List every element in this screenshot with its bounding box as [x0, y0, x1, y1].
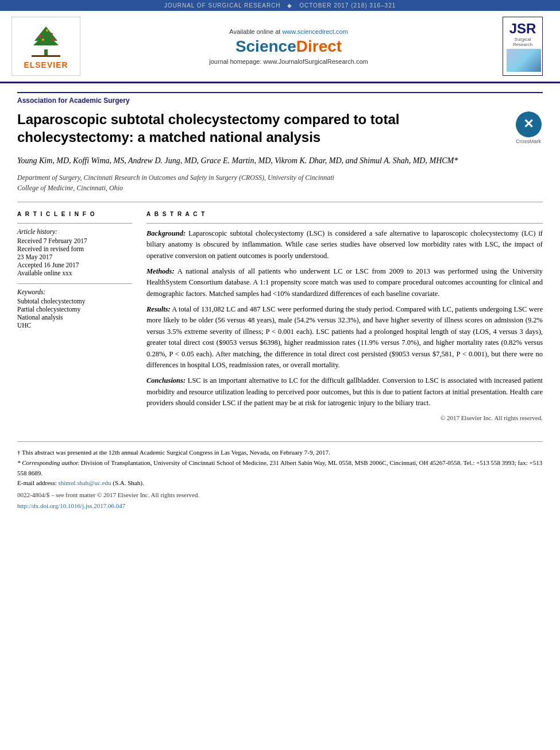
footnotes: † This abstract was presented at the 12t…: [0, 448, 560, 488]
conclusions-text: LSC is an important alternative to LC fo…: [146, 376, 543, 407]
footnote-corresponding-author: * Corresponding author. Division of Tran…: [17, 458, 543, 478]
sciencedirect-header: Available online at www.sciencedirect.co…: [86, 17, 491, 76]
sciencedirect-logo: ScienceDirect: [235, 37, 342, 56]
diamond-separator: ◆: [287, 2, 292, 9]
article-title: Laparoscopic subtotal cholecystectomy co…: [17, 110, 508, 146]
methods-text: A national analysis of all patients who …: [146, 267, 543, 298]
conclusions-label: Conclusions:: [146, 376, 186, 384]
doi-link[interactable]: http://dx.doi.org/10.1016/j.jss.2017.06.…: [17, 502, 125, 509]
svg-point-6: [46, 29, 48, 32]
background-paragraph: Background: Laparoscopic subtotal cholec…: [146, 228, 543, 261]
conclusions-paragraph: Conclusions: LSC is an important alterna…: [146, 375, 543, 409]
crossmark-circle: ✕: [516, 111, 542, 137]
top-bar: JOURNAL OF SURGICAL RESEARCH ◆ OCTOBER 2…: [0, 0, 560, 11]
email-label: E-mail address:: [17, 479, 57, 486]
keyword-1: Subtotal cholecystectomy: [17, 298, 132, 305]
footer-divider: [17, 441, 543, 442]
footnote-note1: This abstract was presented at the 12th …: [22, 449, 330, 456]
email-link[interactable]: shimul.shah@uc.edu: [58, 479, 111, 486]
footnote-corresponding-text: Division of Transplantation, University …: [17, 459, 542, 476]
title-text: Laparoscopic subtotal cholecystectomy co…: [17, 110, 508, 146]
authors: Young Kim, MD, Koffi Wima, MS, Andrew D.…: [17, 155, 543, 167]
keywords-block: Keywords: Subtotal cholecystectomy Parti…: [17, 289, 132, 329]
svg-point-4: [39, 34, 42, 37]
science-text: Science: [235, 37, 296, 55]
footnote-corresponding-italic: * Corresponding author.: [17, 459, 79, 466]
affiliation-line2: College of Medicine, Cincinnati, Ohio: [17, 183, 543, 193]
results-label: Results:: [146, 305, 171, 313]
email-suffix: (S.A. Shah).: [113, 479, 144, 486]
keywords-label: Keywords:: [17, 289, 132, 295]
results-paragraph: Results: A total of 131,082 LC and 487 L…: [146, 304, 543, 371]
elsevier-wordmark: ELSEVIER: [24, 60, 68, 70]
revised-label: Received in revised form: [17, 245, 132, 252]
accepted-date: Accepted 16 June 2017: [17, 261, 132, 268]
footnote-star: †: [17, 449, 21, 456]
copyright-text: © 2017 Elsevier Inc. All rights reserved…: [146, 414, 543, 421]
keyword-4: UHC: [17, 322, 132, 329]
keyword-2: Partial cholecystectomy: [17, 306, 132, 313]
issn-line: 0022-4804/$ – see front matter © 2017 El…: [0, 489, 560, 501]
direct-text: Direct: [296, 37, 342, 55]
journal-name: JOURNAL OF SURGICAL RESEARCH: [164, 2, 281, 9]
section-divider: [17, 202, 543, 202]
jsr-text: JSR: [507, 21, 539, 37]
jsr-subtitle: Surgical Research: [507, 37, 539, 47]
journal-homepage-text: journal homepage: www.JournalofSurgicalR…: [209, 58, 368, 65]
doi-line: http://dx.doi.org/10.1016/j.jss.2017.06.…: [0, 501, 560, 516]
title-area: Laparoscopic subtotal cholecystectomy co…: [17, 110, 543, 146]
article-info-header: A R T I C L E I N F O: [17, 211, 132, 217]
background-text: Laparoscopic subtotal cholecystectomy (L…: [146, 229, 543, 260]
section-tag: Association for Academic Surgery: [17, 92, 543, 105]
sciencedirect-url[interactable]: www.sciencedirect.com: [282, 28, 347, 35]
received-date: Received 7 February 2017: [17, 237, 132, 244]
history-label: Article history:: [17, 228, 132, 235]
abstract-column: A B S T R A C T Background: Laparoscopic…: [146, 211, 543, 422]
revised-date: 23 May 2017: [17, 253, 132, 260]
crossmark-badge[interactable]: ✕ CrossMark: [514, 113, 543, 142]
available-online: Available online xxx: [17, 270, 132, 276]
svg-rect-3: [32, 55, 60, 57]
abstract-header: A B S T R A C T: [146, 211, 543, 217]
article-info-column: A R T I C L E I N F O Article history: R…: [17, 211, 132, 422]
info-divider: [17, 223, 132, 224]
background-label: Background:: [146, 229, 186, 237]
journal-date-volume: OCTOBER 2017 (218) 316–321: [299, 2, 396, 9]
two-col-layout: A R T I C L E I N F O Article history: R…: [17, 211, 543, 422]
journal-header: ELSEVIER Available online at www.science…: [0, 11, 560, 83]
authors-text: Young Kim, MD, Koffi Wima, MS, Andrew D.…: [17, 156, 458, 165]
jsr-image: [507, 49, 541, 72]
affiliation-line1: Department of Surgery, Cincinnati Resear…: [17, 172, 543, 183]
footnote-email: E-mail address: shimul.shah@uc.edu (S.A.…: [17, 478, 543, 489]
footnote-abstract-presentation: † This abstract was presented at the 12t…: [17, 448, 543, 458]
keyword-3: National analysis: [17, 314, 132, 321]
svg-point-5: [51, 33, 53, 35]
elsevier-logo: ELSEVIER: [11, 17, 80, 76]
affiliation: Department of Surgery, Cincinnati Resear…: [17, 172, 543, 193]
article-history-block: Article history: Received 7 February 201…: [17, 228, 132, 276]
keywords-divider: [17, 283, 132, 284]
elsevier-tree-icon: [23, 24, 69, 58]
available-online-text: Available online at www.sciencedirect.co…: [229, 28, 347, 35]
methods-paragraph: Methods: A national analysis of all pati…: [146, 266, 543, 299]
abstract-divider: [146, 223, 543, 224]
results-text: A total of 131,082 LC and 487 LSC were p…: [146, 305, 543, 369]
crossmark-cross-icon: ✕: [523, 118, 534, 130]
svg-point-7: [42, 39, 44, 41]
crossmark-label: CrossMark: [516, 139, 542, 144]
jsr-badge: JSR Surgical Research: [503, 17, 543, 76]
jsr-logo: JSR Surgical Research: [497, 17, 549, 76]
main-content: Association for Academic Surgery Laparos…: [0, 83, 560, 433]
methods-label: Methods:: [146, 267, 175, 275]
svg-point-8: [52, 38, 55, 41]
